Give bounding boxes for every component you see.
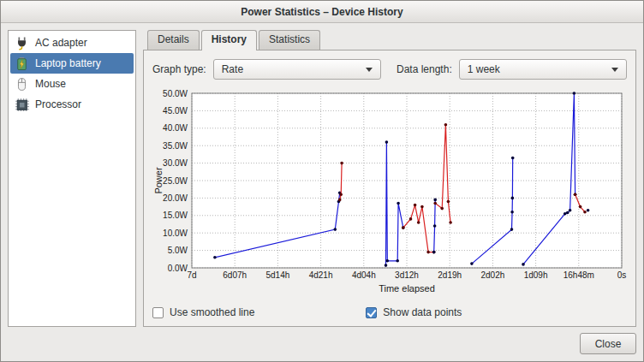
svg-text:40.0W: 40.0W <box>163 123 188 133</box>
svg-text:6d07h: 6d07h <box>223 270 247 280</box>
svg-text:7d: 7d <box>187 270 196 280</box>
data-length-label: Data length: <box>397 63 452 75</box>
history-chart: 0.0W5.0W10.0W15.0W20.0W25.0W30.0W35.0W40… <box>152 86 627 297</box>
tab-label: Statistics <box>269 33 310 45</box>
svg-text:3d12h: 3d12h <box>395 270 419 280</box>
svg-text:Power: Power <box>153 167 164 194</box>
dialog-footer: Close <box>8 333 636 354</box>
main-area: AC adapter Laptop battery Mouse <box>8 30 636 327</box>
tab-label: Details <box>158 33 189 45</box>
svg-text:16h48m: 16h48m <box>564 270 594 280</box>
power-statistics-window: Power Statistics – Device History AC ada… <box>0 0 644 362</box>
svg-text:2d19h: 2d19h <box>438 270 462 280</box>
svg-text:10.0W: 10.0W <box>163 228 188 238</box>
device-item-label: Processor <box>35 98 81 110</box>
tab-label: History <box>212 33 247 45</box>
svg-text:50.0W: 50.0W <box>163 89 188 98</box>
chart-area: 0.0W5.0W10.0W15.0W20.0W25.0W30.0W35.0W40… <box>152 86 627 302</box>
svg-text:4d21h: 4d21h <box>309 270 333 280</box>
chevron-down-icon <box>611 68 618 72</box>
chevron-down-icon <box>366 68 373 72</box>
use-smoothed-line-option: Use smoothed line <box>152 306 254 318</box>
titlebar[interactable]: Power Statistics – Device History <box>1 1 643 23</box>
processor-icon <box>14 97 29 112</box>
device-item-ac-adapter[interactable]: AC adapter <box>10 33 134 53</box>
svg-text:Time elapsed: Time elapsed <box>379 283 435 294</box>
chart-options: Use smoothed line Show data points <box>152 304 627 321</box>
svg-text:45.0W: 45.0W <box>163 106 188 116</box>
use-smoothed-line-label: Use smoothed line <box>170 306 254 318</box>
svg-text:30.0W: 30.0W <box>163 158 188 168</box>
svg-text:15.0W: 15.0W <box>163 211 188 220</box>
device-item-processor[interactable]: Processor <box>10 94 134 115</box>
device-item-label: Laptop battery <box>35 57 101 69</box>
svg-text:2d02h: 2d02h <box>480 270 504 280</box>
data-length-select[interactable]: 1 week <box>459 59 627 80</box>
graph-type-label: Graph type: <box>152 63 206 75</box>
mouse-icon <box>14 76 29 92</box>
show-data-points-label: Show data points <box>383 306 462 318</box>
graph-type-select[interactable]: Rate <box>213 59 381 80</box>
device-list: AC adapter Laptop battery Mouse <box>8 30 136 327</box>
tab-bar: Details History Statistics <box>143 30 636 50</box>
svg-text:35.0W: 35.0W <box>163 141 188 151</box>
chart-controls: Graph type: Rate Data length: 1 week <box>152 59 627 80</box>
notebook: Details History Statistics Graph type: R… <box>143 30 636 327</box>
device-item-laptop-battery[interactable]: Laptop battery <box>10 53 134 74</box>
history-tab-panel: Graph type: Rate Data length: 1 week 0.0… <box>143 50 636 327</box>
svg-text:5.0W: 5.0W <box>168 246 188 255</box>
svg-text:4d04h: 4d04h <box>352 270 376 280</box>
device-item-label: AC adapter <box>35 37 87 49</box>
svg-text:25.0W: 25.0W <box>163 176 188 186</box>
svg-text:5d14h: 5d14h <box>265 270 289 280</box>
window-body: AC adapter Laptop battery Mouse <box>1 23 643 361</box>
show-data-points-option: Show data points <box>366 306 462 318</box>
svg-text:20.0W: 20.0W <box>163 193 188 203</box>
svg-text:0s: 0s <box>617 270 627 280</box>
data-length-value: 1 week <box>468 63 606 75</box>
close-button[interactable]: Close <box>580 333 636 354</box>
use-smoothed-line-checkbox[interactable] <box>152 307 164 318</box>
tab-statistics[interactable]: Statistics <box>259 30 320 50</box>
window-title: Power Statistics – Device History <box>241 6 402 18</box>
graph-type-value: Rate <box>222 63 361 75</box>
show-data-points-checkbox[interactable] <box>366 307 377 318</box>
tab-history[interactable]: History <box>201 30 257 50</box>
battery-icon <box>14 56 29 71</box>
svg-text:1d09h: 1d09h <box>524 270 548 280</box>
device-item-label: Mouse <box>35 78 66 90</box>
ac-adapter-icon <box>14 35 29 50</box>
device-item-mouse[interactable]: Mouse <box>10 74 134 94</box>
svg-text:0.0W: 0.0W <box>168 264 188 273</box>
tab-details[interactable]: Details <box>147 30 200 50</box>
